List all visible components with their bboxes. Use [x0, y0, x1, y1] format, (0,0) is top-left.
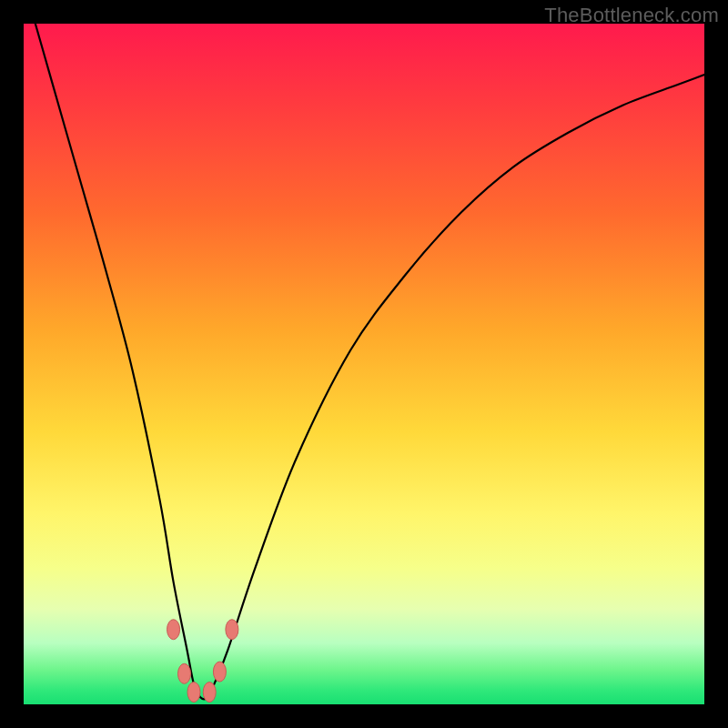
marker-left-upper [167, 620, 180, 640]
watermark-text: TheBottleneck.com [544, 4, 719, 27]
bottleneck-curve-svg [24, 24, 704, 704]
marker-bottom-right [203, 682, 216, 703]
plot-area [24, 24, 704, 704]
bottleneck-curve [24, 24, 704, 699]
marker-right-lower [213, 662, 226, 682]
marker-right-upper [226, 620, 238, 640]
marker-left-lower [178, 663, 191, 683]
marker-bottom-left [187, 682, 200, 703]
chart-frame: TheBottleneck.com [0, 0, 728, 728]
curve-markers [167, 620, 238, 703]
